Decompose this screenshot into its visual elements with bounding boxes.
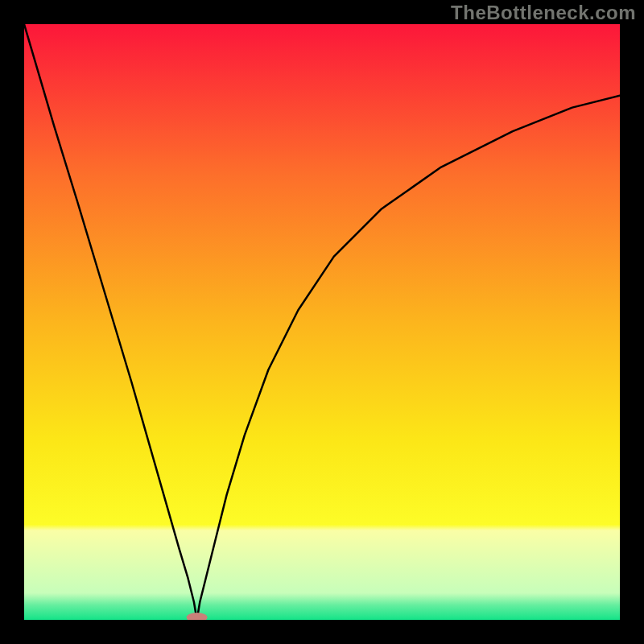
branding-watermark: TheBottleneck.com: [451, 2, 636, 24]
plot-area: [24, 24, 620, 620]
chart-container: TheBottleneck.com: [0, 0, 644, 644]
